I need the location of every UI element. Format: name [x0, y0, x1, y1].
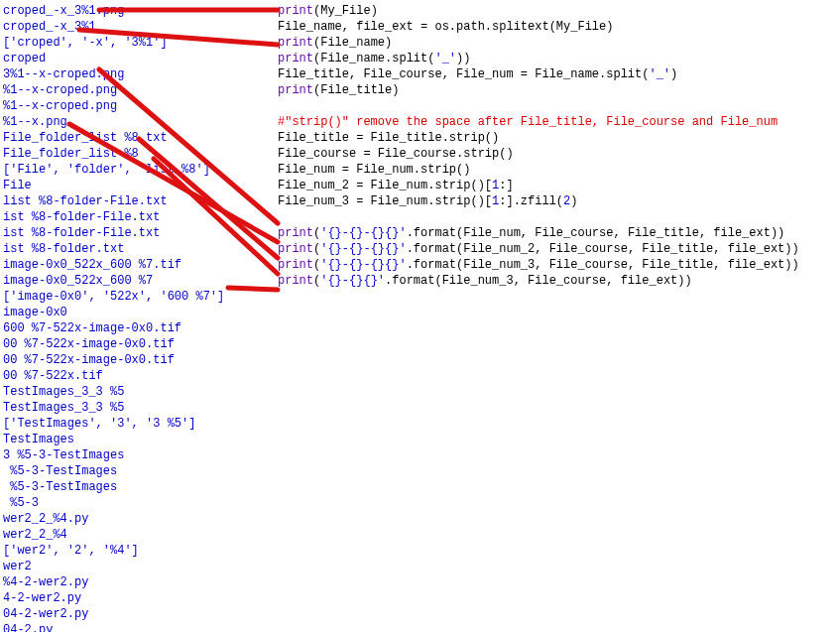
output-line: wer2	[3, 559, 261, 574]
output-line: 04-2-wer2.py	[3, 606, 261, 622]
output-line: %5-3-TestImages	[3, 463, 261, 479]
code-panel: print(My_File) File_name, file_ext = os.…	[278, 3, 833, 289]
output-line: croped	[3, 51, 261, 66]
output-line: File_folder_list %8	[3, 146, 261, 162]
code-line: print('{}-{}{}'.format(File_num_3, File_…	[278, 273, 833, 289]
string-literal: '{}-{}-{}{}'	[320, 242, 406, 256]
output-line: ['File', 'folder', 'list %8']	[3, 162, 261, 178]
output-line: ist %8-folder.txt	[3, 241, 261, 257]
output-line: ['wer2', '2', '%4']	[3, 543, 261, 559]
code-text: .format(File_num_3, File_course, file_ex…	[385, 274, 692, 288]
output-line: File	[3, 178, 261, 193]
output-line: wer2_2_%4	[3, 527, 261, 543]
code-line: File_title, File_course, File_num = File…	[278, 66, 833, 82]
output-line: ['croped', '-x', '3%1']	[3, 35, 261, 51]
code-line: print(File_name.split('_'))	[278, 51, 833, 66]
code-text: File_name, file_ext = os.path.splitext(M…	[278, 20, 613, 34]
code-text: .format(File_num, File_course, File_titl…	[407, 226, 785, 240]
code-line: print(File_name)	[278, 35, 833, 51]
code-text: )	[570, 194, 577, 208]
code-line: print('{}-{}-{}{}'.format(File_num, File…	[278, 225, 833, 241]
code-text: File_num_3 = File_num.strip()[	[278, 194, 492, 208]
output-line: TestImages_3_3 %5	[3, 400, 261, 416]
output-line: image-0x0	[3, 305, 261, 320]
code-line: print('{}-{}-{}{}'.format(File_num_3, Fi…	[278, 257, 833, 273]
output-line: 00 %7-522x-image-0x0.tif	[3, 336, 261, 352]
code-text: File_num = File_num.strip()	[278, 163, 470, 177]
string-literal: '{}-{}{}'	[320, 274, 385, 288]
output-line: ['TestImages', '3', '3 %5']	[3, 416, 261, 432]
code-text: :]	[499, 179, 513, 192]
output-line: 04-2.py	[3, 622, 261, 632]
code-text: (File_name)	[313, 36, 392, 50]
print-call: print	[278, 226, 313, 240]
code-text: File_title, File_course, File_num = File…	[278, 67, 649, 81]
print-call: print	[278, 242, 313, 256]
code-line: File_title = File_title.strip()	[278, 130, 833, 146]
code-text: (File_title)	[313, 83, 399, 97]
code-line: File_name, file_ext = os.path.splitext(M…	[278, 19, 833, 35]
code-text: .format(File_num_3, File_course, File_ti…	[407, 258, 799, 272]
output-line: ist %8-folder-File.txt	[3, 225, 261, 241]
string-literal: '_'	[649, 67, 670, 81]
output-line: %5-3-TestImages	[3, 479, 261, 495]
blank-line	[278, 98, 833, 114]
output-line: croped_-x_3%1	[3, 19, 261, 35]
output-line: %1--x-croped.png	[3, 98, 261, 114]
output-line: %4-2-wer2.py	[3, 574, 261, 590]
print-call: print	[278, 274, 313, 288]
code-text: (File_name.split(	[313, 52, 434, 65]
output-line: 3%1--x-croped.png	[3, 66, 261, 82]
output-line: 3 %5-3-TestImages	[3, 447, 261, 463]
output-line: image-0x0_522x_600 %7	[3, 273, 261, 289]
comment-line: #"strip()" remove the space after File_t…	[278, 114, 833, 130]
string-literal: '{}-{}-{}{}'	[320, 258, 406, 272]
code-text: :].zfill(	[499, 194, 563, 208]
print-call: print	[278, 52, 313, 65]
output-line: image-0x0_522x_600 %7.tif	[3, 257, 261, 273]
print-call: print	[278, 258, 313, 272]
code-line: print(File_title)	[278, 82, 833, 98]
code-line: print(My_File)	[278, 3, 833, 19]
output-line: 00 %7-522x.tif	[3, 368, 261, 384]
code-line: File_num_3 = File_num.strip()[1:].zfill(…	[278, 193, 833, 209]
output-line: TestImages	[3, 432, 261, 447]
output-line: %1--x.png	[3, 114, 261, 130]
output-line: TestImages_3_3 %5	[3, 384, 261, 400]
code-line: File_num = File_num.strip()	[278, 162, 833, 178]
output-line: %5-3	[3, 495, 261, 511]
code-text: (My_File)	[313, 4, 378, 18]
code-line: print('{}-{}-{}{}'.format(File_num_2, Fi…	[278, 241, 833, 257]
output-line: 4-2-wer2.py	[3, 590, 261, 606]
output-line: 00 %7-522x-image-0x0.tif	[3, 352, 261, 368]
code-text: File_course = File_course.strip()	[278, 147, 514, 161]
code-text: File_title = File_title.strip()	[278, 131, 499, 145]
code-text: .format(File_num_2, File_course, File_ti…	[407, 242, 799, 256]
output-line: croped_-x_3%1.png	[3, 3, 261, 19]
output-line: list %8-folder-File.txt	[3, 193, 261, 209]
output-line: 600 %7-522x-image-0x0.tif	[3, 320, 261, 336]
output-line: ['image-0x0', '522x', '600 %7']	[3, 289, 261, 305]
output-line: wer2_2_%4.py	[3, 511, 261, 527]
string-literal: '_'	[434, 52, 456, 65]
code-text: )	[670, 67, 677, 81]
code-text: ))	[456, 52, 470, 65]
blank-line	[278, 209, 833, 225]
code-line: File_num_2 = File_num.strip()[1:]	[278, 178, 833, 193]
output-panel: croped_-x_3%1.png croped_-x_3%1 ['croped…	[3, 3, 261, 632]
output-line: %1--x-croped.png	[3, 82, 261, 98]
output-line: File_folder_list %8.txt	[3, 130, 261, 146]
print-call: print	[278, 83, 313, 97]
output-line: ist %8-folder-File.txt	[3, 209, 261, 225]
print-call: print	[278, 36, 313, 50]
string-literal: '{}-{}-{}{}'	[320, 226, 406, 240]
comment-text: #"strip()" remove the space after File_t…	[278, 115, 778, 129]
code-text: File_num_2 = File_num.strip()[	[278, 179, 492, 192]
code-line: File_course = File_course.strip()	[278, 146, 833, 162]
print-call: print	[278, 4, 313, 18]
